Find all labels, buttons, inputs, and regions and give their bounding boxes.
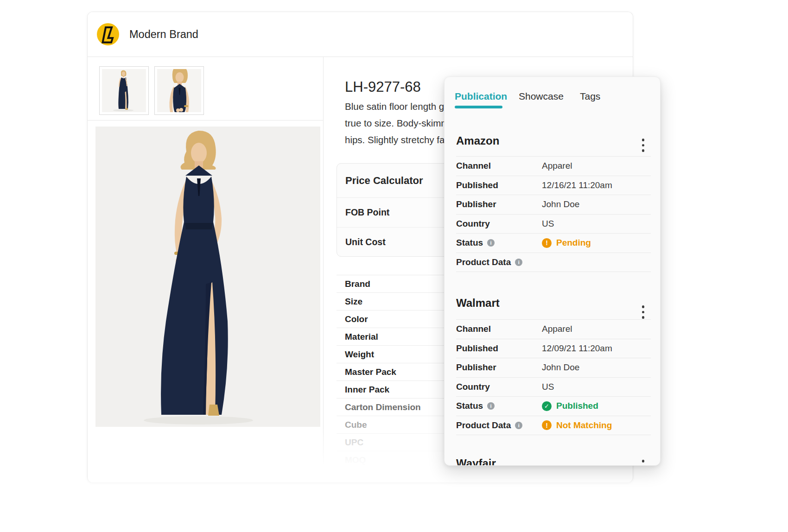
kebab-menu-icon[interactable] xyxy=(640,138,646,152)
info-icon[interactable]: i xyxy=(515,422,522,429)
active-tab-underline xyxy=(455,106,502,108)
check-icon: ✓ xyxy=(542,401,552,411)
section-heading-amazon: Amazon xyxy=(456,134,499,147)
description-line: true to size. Body-skimm xyxy=(345,115,449,132)
table-row: Product Datai xyxy=(456,253,651,272)
amazon-rows: Channel Apparel Published 12/16/21 11:20… xyxy=(456,156,651,272)
row-value: Apparel xyxy=(542,161,572,171)
table-row: Published 12/16/21 11:20am xyxy=(456,176,651,196)
row-label: Product Data xyxy=(456,420,511,431)
table-row: Product Datai !Not Matching xyxy=(456,416,651,436)
description-line: Blue satin floor length g xyxy=(345,98,449,115)
row-label: Country xyxy=(456,382,490,392)
walmart-rows: Channel Apparel Published 12/09/21 11:20… xyxy=(456,319,651,435)
status-text: Published xyxy=(556,401,598,411)
page: Modern Brand xyxy=(0,0,788,532)
section-heading-walmart: Walmart xyxy=(456,297,500,310)
tab-showcase[interactable]: Showcase xyxy=(519,91,564,102)
kebab-menu-icon[interactable] xyxy=(640,459,646,466)
product-description: Blue satin floor length g true to size. … xyxy=(345,98,449,148)
row-value: 12/16/21 11:20am xyxy=(542,180,612,190)
table-row: Channel Apparel xyxy=(456,320,651,339)
row-label: Product Data xyxy=(456,257,511,267)
info-icon[interactable]: i xyxy=(515,259,522,266)
table-row: Country US xyxy=(456,378,651,397)
row-value: US xyxy=(542,382,554,392)
table-row: Published 12/09/21 11:20am xyxy=(456,339,651,359)
table-row: Channel Apparel xyxy=(456,157,651,176)
row-label: Status xyxy=(456,401,483,411)
publication-panel: Publication Showcase Tags Amazon Channel… xyxy=(444,76,661,466)
brand-name: Modern Brand xyxy=(129,28,198,41)
thumbnail-2-image xyxy=(157,69,201,112)
row-value: 12/09/21 11:20am xyxy=(542,343,612,354)
product-thumbnail-1[interactable] xyxy=(99,66,149,115)
product-thumbnail-2[interactable] xyxy=(154,66,204,115)
info-icon[interactable]: i xyxy=(487,402,495,410)
row-value: John Doe xyxy=(542,199,579,209)
status-text: Pending xyxy=(556,238,591,248)
status-badge: ✓Published xyxy=(542,401,598,411)
tab-tags[interactable]: Tags xyxy=(580,91,600,102)
info-icon[interactable]: i xyxy=(487,239,495,247)
warning-icon: ! xyxy=(542,238,552,248)
table-row: Statusi ✓Published xyxy=(456,397,651,416)
thumbnail-strip xyxy=(88,57,323,120)
row-label: Status xyxy=(456,238,483,248)
status-badge: !Not Matching xyxy=(542,420,612,431)
row-label: Publisher xyxy=(456,199,496,209)
row-label: Published xyxy=(456,343,498,354)
description-line: hips. Slightly stretchy fa xyxy=(345,132,449,148)
row-label: Channel xyxy=(456,324,491,334)
row-value: Apparel xyxy=(542,324,572,334)
card-header: Modern Brand xyxy=(88,12,633,57)
kebab-menu-icon[interactable] xyxy=(640,305,646,319)
status-badge: !Pending xyxy=(542,238,591,248)
product-photo-secondary-faded xyxy=(95,433,320,482)
row-label: Country xyxy=(456,219,490,229)
status-text: Not Matching xyxy=(556,420,612,431)
thumbnail-1-image xyxy=(102,69,146,112)
row-label: Published xyxy=(456,180,498,190)
tab-publication[interactable]: Publication xyxy=(455,91,507,102)
row-value: US xyxy=(542,219,554,229)
warning-icon: ! xyxy=(542,420,552,430)
product-sku-title: LH-9277-68 xyxy=(345,79,421,95)
table-row: Statusi !Pending xyxy=(456,234,651,253)
table-row: Publisher John Doe xyxy=(456,195,651,215)
row-value: John Doe xyxy=(542,362,579,373)
image-column xyxy=(88,57,324,482)
row-label: Publisher xyxy=(456,362,496,373)
table-row: Country US xyxy=(456,215,651,234)
product-photo-main xyxy=(95,127,320,427)
row-label: Channel xyxy=(456,161,491,171)
section-heading-wayfair: Wayfair xyxy=(456,457,496,466)
table-row: Publisher John Doe xyxy=(456,358,651,378)
brand-logo-icon xyxy=(97,23,119,45)
